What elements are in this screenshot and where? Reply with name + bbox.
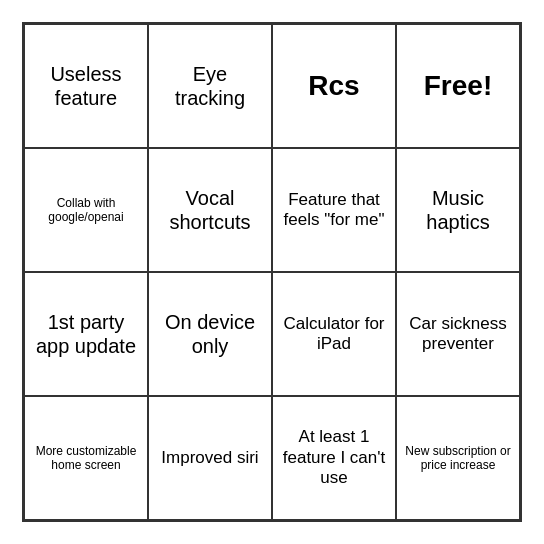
bingo-cell-r0c3: Free!: [396, 24, 520, 148]
cell-text-r2c1: On device only: [155, 310, 265, 358]
bingo-cell-r1c0: Collab with google/openai: [24, 148, 148, 272]
cell-text-r3c1: Improved siri: [161, 448, 258, 468]
cell-text-r0c0: Useless feature: [31, 62, 141, 110]
bingo-cell-r0c2: Rcs: [272, 24, 396, 148]
cell-text-r1c3: Music haptics: [403, 186, 513, 234]
bingo-grid: Useless featureEye trackingRcsFree!Colla…: [24, 24, 520, 520]
cell-text-r0c3: Free!: [424, 69, 492, 103]
cell-text-r1c0: Collab with google/openai: [31, 196, 141, 225]
bingo-cell-r3c0: More customizable home screen: [24, 396, 148, 520]
bingo-cell-r3c1: Improved siri: [148, 396, 272, 520]
bingo-board: Useless featureEye trackingRcsFree!Colla…: [22, 22, 522, 522]
bingo-cell-r2c3: Car sickness preventer: [396, 272, 520, 396]
bingo-cell-r1c1: Vocal shortcuts: [148, 148, 272, 272]
cell-text-r2c3: Car sickness preventer: [403, 314, 513, 355]
cell-text-r1c2: Feature that feels "for me": [279, 190, 389, 231]
cell-text-r0c1: Eye tracking: [155, 62, 265, 110]
cell-text-r2c2: Calculator for iPad: [279, 314, 389, 355]
cell-text-r2c0: 1st party app update: [31, 310, 141, 358]
bingo-cell-r2c0: 1st party app update: [24, 272, 148, 396]
bingo-cell-r0c1: Eye tracking: [148, 24, 272, 148]
cell-text-r0c2: Rcs: [308, 69, 359, 103]
bingo-cell-r2c2: Calculator for iPad: [272, 272, 396, 396]
cell-text-r3c3: New subscription or price increase: [403, 444, 513, 473]
bingo-cell-r3c3: New subscription or price increase: [396, 396, 520, 520]
cell-text-r3c0: More customizable home screen: [31, 444, 141, 473]
cell-text-r3c2: At least 1 feature I can't use: [279, 427, 389, 488]
bingo-cell-r0c0: Useless feature: [24, 24, 148, 148]
cell-text-r1c1: Vocal shortcuts: [155, 186, 265, 234]
bingo-cell-r3c2: At least 1 feature I can't use: [272, 396, 396, 520]
bingo-cell-r1c3: Music haptics: [396, 148, 520, 272]
bingo-cell-r1c2: Feature that feels "for me": [272, 148, 396, 272]
bingo-cell-r2c1: On device only: [148, 272, 272, 396]
